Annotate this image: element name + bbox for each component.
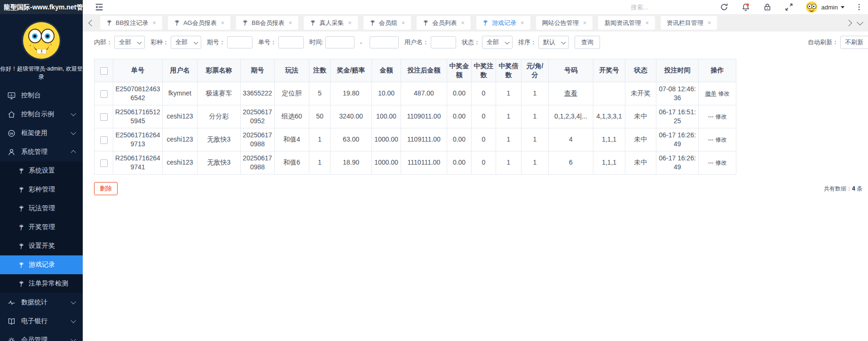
internal-label: 内部： [94,38,112,47]
tabs-scroll-left-icon[interactable] [88,19,95,26]
sidebar-item-system-management[interactable]: 系统管理 [0,143,83,161]
tab-ag-member-report[interactable]: AG会员报表× [168,16,230,30]
sidebar-item-label: 彩种管理 [29,185,55,194]
avatar[interactable] [806,1,817,13]
chevron-down-icon [71,299,76,304]
sort-select[interactable]: 默认 [538,36,569,49]
sidebar-item-label: 开奖管理 [29,223,55,231]
tabs-list: BB投注记录× AG会员报表× BB会员报表× 真人采集× 会员组× 会员列表×… [100,16,843,30]
tree-icon [18,243,24,249]
tab-close-icon[interactable]: × [461,20,465,26]
refresh-icon[interactable] [719,2,729,12]
more-vertical-icon[interactable] [855,2,863,12]
cell-bet-time: 07-08 12:46:36 [656,82,699,105]
header-win-amount: 中奖金额 [447,59,472,82]
tab-bb-member-report[interactable]: BB会员报表× [236,16,298,30]
status-text: 未开奖 [625,82,656,105]
tab-close-icon[interactable]: × [402,20,405,26]
sidebar-item-e-bank[interactable]: 电子银行 [0,312,83,331]
row-checkbox[interactable] [100,113,108,121]
table-row: E250708124636542fkymnet极速赛车33655222定位胆51… [95,82,736,105]
search-input[interactable] [630,3,707,11]
tab-close-icon[interactable]: × [583,20,587,26]
operation-disabled: --- [708,113,714,120]
tab-label: 游戏记录 [492,19,516,27]
internal-select[interactable]: 全部 [114,36,145,49]
caret-down-icon [841,6,844,8]
chevron-down-icon [505,40,510,45]
row-checkbox[interactable] [100,136,108,144]
lottery-select[interactable]: 全部 [171,36,201,49]
table-body: E250708124636542fkymnet极速赛车33655222定位胆51… [95,82,736,174]
sidebar-item-label: 电子银行 [21,317,47,325]
tab-close-icon[interactable]: × [152,20,156,26]
tab-site-announcement[interactable]: 网站公告管理× [536,16,593,30]
sidebar-item-console-demo[interactable]: 控制台示例 [0,105,83,124]
tab-close-icon[interactable]: × [708,20,711,26]
sidebar-item-label: 玩法管理 [29,204,55,213]
select-all-checkbox[interactable] [100,67,108,75]
tab-member-list[interactable]: 会员列表× [417,16,471,30]
cell-username: fkymnet [163,82,197,105]
fullscreen-icon[interactable] [784,2,794,12]
modify-link[interactable]: 修改 [716,113,727,120]
user-menu[interactable]: admin [821,4,844,11]
auto-refresh-select[interactable]: 不刷新 [840,36,868,49]
cell-number: 查看 [549,82,593,105]
sidebar-item-lottery-management[interactable]: 彩种管理 [0,180,83,199]
sidebar-item-data-statistics[interactable]: 数据统计 [0,293,83,312]
tab-news-management[interactable]: 新闻资讯管理× [598,16,655,30]
view-number-link[interactable]: 查看 [564,89,577,97]
order-input[interactable] [278,36,304,48]
sidebar-item-member-management[interactable]: 会员管理 [0,331,83,341]
time-start-input[interactable] [325,36,355,48]
tab-close-icon[interactable]: × [221,20,225,26]
sidebar-item-label: 框架使用 [21,129,47,137]
tab-news-column-management[interactable]: 资讯栏目管理× [661,16,718,30]
tab-game-records[interactable]: 游戏记录× [476,16,530,30]
tab-bb-bet-records[interactable]: BB投注记录× [100,16,162,30]
cancel-order-link[interactable]: 撤单 [705,90,717,97]
row-checkbox[interactable] [100,159,108,167]
time-end-input[interactable] [370,36,399,48]
tab-live-collection[interactable]: 真人采集× [304,16,358,30]
row-checkbox[interactable] [100,90,108,98]
tabs-dropdown-icon[interactable] [857,19,863,25]
header-order-number: 单号 [113,59,163,82]
header-odds: 奖金/赔率 [331,59,372,82]
cell-username: ceshi123 [163,128,197,151]
operation-disabled: --- [708,159,714,166]
sidebar-item-game-records[interactable]: 游戏记录 [0,255,83,274]
tab-label: 资讯栏目管理 [667,19,703,27]
tab-close-icon[interactable]: × [521,20,524,26]
sidebar-item-draw-management[interactable]: 开奖管理 [0,218,83,237]
bell-icon[interactable] [741,2,750,12]
sidebar-item-order-anomaly-detection[interactable]: 注单异常检测 [0,274,83,293]
modify-link[interactable]: 修改 [716,159,727,166]
username-input[interactable] [431,36,456,48]
tabs-scroll-right-icon[interactable] [845,20,852,26]
delete-button[interactable]: 删除 [94,182,118,195]
cell-win-multiple: 1 [496,151,521,174]
total-count: 共有数据：4 条 [824,185,862,193]
sidebar-item-console[interactable]: 控制台 [0,86,83,105]
order-label: 单号： [258,38,276,47]
sidebar-item-play-management[interactable]: 玩法管理 [0,199,83,218]
sidebar-item-framework-usage[interactable]: OK 框架使用 [0,124,83,143]
query-button[interactable]: 查询 [575,36,600,49]
sidebar-item-system-settings[interactable]: 系统设置 [0,161,83,180]
tree-icon [310,20,316,26]
tab-close-icon[interactable]: × [348,20,352,26]
sidebar-item-set-draw[interactable]: 设置开奖 [0,237,83,255]
tab-close-icon[interactable]: × [645,20,649,26]
issue-input[interactable] [227,36,253,48]
modify-link[interactable]: 修改 [718,90,730,97]
lock-icon[interactable] [763,2,772,12]
sidebar-collapse-icon[interactable] [94,2,104,12]
cell-bet-count: 5 [309,82,331,105]
modify-link[interactable]: 修改 [716,136,727,143]
header-play-type: 玩法 [275,59,309,82]
status-select[interactable]: 全部 [482,36,513,49]
tab-close-icon[interactable]: × [289,20,292,26]
tab-member-group[interactable]: 会员组× [363,16,411,30]
